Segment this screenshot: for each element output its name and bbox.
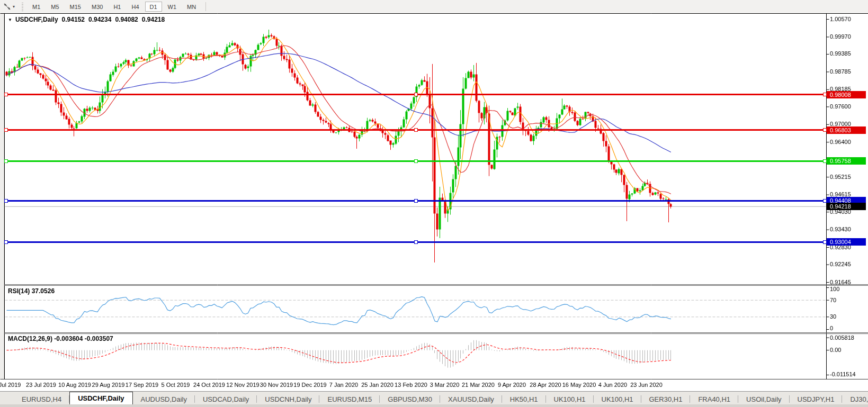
price-tick-0.99970: 0.99970 — [830, 33, 851, 40]
tab-usdchf-daily[interactable]: USDCHF,Daily — [69, 392, 132, 404]
tab-audusd-daily[interactable]: AUDUSD,Daily — [133, 394, 195, 404]
tab-usoil-daily[interactable]: USOil,Daily — [738, 394, 789, 404]
handle-left[interactable] — [4, 199, 8, 203]
handle-left[interactable] — [4, 93, 8, 96]
status-strip — [0, 404, 868, 407]
tf-button-mn[interactable]: MN — [182, 2, 201, 12]
handle-middle[interactable] — [414, 240, 418, 244]
macd-axis-0.005818: 0.005818 — [830, 334, 854, 341]
handle-middle[interactable] — [414, 128, 418, 132]
tf-button-m30[interactable]: M30 — [87, 2, 108, 12]
hline-0.94408[interactable] — [5, 200, 826, 202]
date-label-24-oct-2019: 24 Oct 2019 — [193, 382, 225, 388]
toolbar: ▾ M1M5M15M30H1H4D1W1MN — [0, 0, 868, 13]
handle-right[interactable] — [823, 93, 827, 96]
price-tick-0.96400: 0.96400 — [830, 139, 851, 145]
rsi-axis-0: 0 — [830, 325, 833, 331]
handle-right[interactable] — [823, 159, 827, 163]
price-tick-1.00570: 1.00570 — [830, 16, 851, 22]
ohlc-open: 0.94152 — [62, 16, 85, 23]
handle-right[interactable] — [823, 128, 827, 132]
toolbar-grip — [22, 3, 23, 11]
price-tick-0.93430: 0.93430 — [830, 226, 851, 232]
date-label-3-mar-2020: 3 Mar 2020 — [430, 382, 460, 388]
hline-0.95758[interactable] — [5, 160, 826, 162]
tab-hk50-h1[interactable]: HK50,H1 — [502, 394, 546, 404]
rsi-axis-30: 30 — [830, 313, 836, 320]
tf-button-m1[interactable]: M1 — [28, 2, 45, 12]
tab-eurusd-h4[interactable]: EURUSD,H4 — [14, 394, 69, 404]
tf-button-m15[interactable]: M15 — [65, 2, 86, 12]
chart-canvas[interactable] — [0, 0, 868, 407]
price-tag-0.98008: 0.98008 — [827, 91, 866, 98]
date-label-4-jun-2020: 4 Jun 2020 — [598, 382, 627, 388]
tf-button-m5[interactable]: M5 — [46, 2, 64, 12]
date-label-25-jan-2020: 25 Jan 2020 — [361, 382, 393, 388]
price-tick-0.95215: 0.95215 — [830, 174, 851, 180]
tf-button-h1[interactable]: H1 — [109, 2, 126, 12]
handle-middle[interactable] — [414, 159, 418, 163]
crosshair-tool-button[interactable]: ▾ — [0, 1, 18, 12]
handle-middle[interactable] — [414, 93, 418, 96]
tab-dj30-m15[interactable]: DJ30,M15 — [842, 394, 868, 404]
date-label-29-aug-2019: 29 Aug 2019 — [92, 382, 125, 388]
handle-left[interactable] — [4, 159, 8, 163]
hline-0.98008[interactable] — [5, 94, 826, 95]
date-label-12-nov-2019: 12 Nov 2019 — [226, 382, 259, 388]
price-tick-0.92245: 0.92245 — [830, 261, 851, 267]
handle-left[interactable] — [4, 240, 8, 244]
tab-ger30-h1[interactable]: GER30,H1 — [641, 394, 691, 404]
hline-0.93004[interactable] — [5, 241, 826, 243]
rsi-axis-70: 70 — [830, 297, 836, 303]
date-label-30-nov-2019: 30 Nov 2019 — [260, 382, 293, 388]
price-tick-0.99385: 0.99385 — [830, 50, 851, 57]
date-label-28-apr-2020: 28 Apr 2020 — [530, 382, 561, 388]
handle-middle[interactable] — [414, 199, 418, 203]
tf-button-w1[interactable]: W1 — [163, 2, 182, 12]
tf-button-d1[interactable]: D1 — [145, 2, 162, 12]
date-label-23-jun-2020: 23 Jun 2020 — [630, 382, 663, 388]
chart-title: ▼USDCHF,Daily0.941520.942340.940820.9421… — [8, 16, 165, 23]
tab-xauusd-daily[interactable]: XAUUSD,Daily — [440, 394, 502, 404]
price-tick-0.98785: 0.98785 — [830, 68, 851, 75]
price-tag-0.95758: 0.95758 — [827, 157, 866, 165]
handle-right[interactable] — [823, 240, 827, 244]
hline-0.96803[interactable] — [5, 129, 826, 131]
tab-usdjpy-h1[interactable]: USDJPY,H1 — [790, 394, 843, 404]
ohlc-low: 0.94082 — [115, 16, 138, 23]
macd-axis-0.00: 0.00 — [830, 347, 841, 353]
date-label-9-apr-2020: 9 Apr 2020 — [498, 382, 526, 388]
price-tag-0.93004: 0.93004 — [827, 238, 866, 246]
window-left-edge — [0, 14, 4, 379]
chart-menu-caret-icon[interactable]: ▼ — [8, 17, 12, 22]
ohlc-close: 0.94218 — [142, 16, 165, 23]
date-label-13-feb-2020: 13 Feb 2020 — [395, 382, 427, 388]
price-tick-0.97600: 0.97600 — [830, 103, 851, 110]
tab-gbpusd-m30[interactable]: GBPUSD,M30 — [380, 394, 440, 404]
tf-button-h4[interactable]: H4 — [127, 2, 144, 12]
date-label-16-may-2020: 16 May 2020 — [562, 382, 596, 388]
date-label-7-jan-2020: 7 Jan 2020 — [329, 382, 358, 388]
date-label-17-sep-2019: 17 Sep 2019 — [126, 382, 158, 388]
tab-uk100-h1[interactable]: UK100,H1 — [594, 394, 641, 404]
date-label-21-mar-2020: 21 Mar 2020 — [462, 382, 495, 388]
macd-axis--0.011514: -0.011514 — [830, 371, 856, 377]
chevron-down-icon[interactable]: ▾ — [13, 5, 15, 9]
date-label-5-oct-2019: 5 Oct 2019 — [162, 382, 190, 388]
price-tag-0.96803: 0.96803 — [827, 126, 866, 134]
chart-symbol-label: USDCHF,Daily — [15, 16, 58, 23]
crosshair-cursor-icon — [3, 3, 11, 11]
handle-right[interactable] — [823, 199, 827, 203]
tab-usdcad-daily[interactable]: USDCAD,Daily — [195, 394, 257, 404]
macd-label: MACD(12,26,9) -0.003604 -0.003507 — [8, 335, 113, 342]
tab-fra40-h1[interactable]: FRA40,H1 — [690, 394, 738, 404]
tab-uk100-h1[interactable]: UK100,H1 — [546, 394, 594, 404]
tab-usdcnh-daily[interactable]: USDCNH,Daily — [257, 394, 319, 404]
tab-eurusd-m15[interactable]: EURUSD,M15 — [319, 394, 380, 404]
handle-left[interactable] — [4, 128, 8, 132]
price-tick-0.91645: 0.91645 — [830, 279, 851, 285]
chart-tab-bar: EURUSD,H4USDCHF,DailyAUDUSD,DailyUSDCAD,… — [0, 391, 868, 404]
trading-platform-window: ▾ M1M5M15M30H1H4D1W1MN ▼USDCHF,Daily0.94… — [0, 0, 868, 407]
ohlc-high: 0.94234 — [88, 16, 111, 23]
price-tag-0.94218: 0.94218 — [827, 203, 866, 210]
